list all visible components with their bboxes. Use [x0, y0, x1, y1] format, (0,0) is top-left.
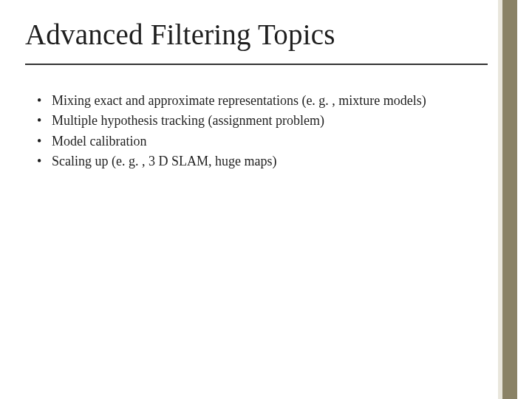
slide: Advanced Filtering Topics Mixing exact a…	[0, 0, 532, 399]
list-item: Model calibration	[37, 132, 466, 150]
side-accent-band	[498, 0, 517, 399]
title-underline	[25, 64, 488, 65]
list-item: Multiple hypothesis tracking (assignment…	[37, 112, 466, 129]
list-item: Mixing exact and approximate representat…	[37, 92, 466, 109]
list-item: Scaling up (e. g. , 3 D SLAM, huge maps)	[37, 152, 466, 170]
bullet-list: Mixing exact and approximate representat…	[37, 92, 466, 170]
slide-title: Advanced Filtering Topics	[25, 18, 480, 51]
slide-body: Mixing exact and approximate representat…	[37, 92, 466, 172]
